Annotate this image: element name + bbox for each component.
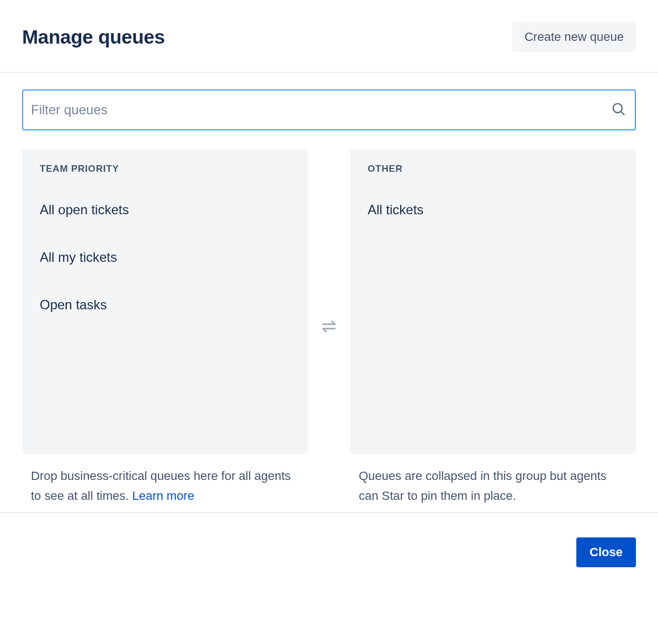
other-description: Queues are collapsed in this group but a… (350, 454, 636, 506)
queue-item[interactable]: All tickets (368, 197, 618, 223)
swap-horizontal-icon[interactable] (320, 318, 338, 337)
learn-more-link[interactable]: Learn more (132, 489, 194, 503)
team-priority-column: TEAM PRIORITY All open tickets All my ti… (22, 149, 308, 506)
close-button[interactable]: Close (576, 537, 636, 567)
dialog-footer: Close (0, 512, 658, 592)
other-column: OTHER All tickets Queues are collapsed i… (350, 149, 636, 506)
team-priority-panel[interactable]: TEAM PRIORITY All open tickets All my ti… (22, 149, 308, 454)
search-container (22, 89, 636, 130)
queue-item[interactable]: All open tickets (40, 197, 290, 223)
queue-item[interactable]: Open tasks (40, 292, 290, 318)
page-title: Manage queues (22, 26, 165, 48)
create-new-queue-button[interactable]: Create new queue (512, 22, 636, 52)
dialog-header: Manage queues Create new queue (0, 0, 658, 73)
team-priority-title: TEAM PRIORITY (40, 163, 290, 175)
other-title: OTHER (368, 163, 618, 175)
swap-column (308, 149, 350, 506)
other-panel[interactable]: OTHER All tickets (350, 149, 636, 454)
queue-columns: TEAM PRIORITY All open tickets All my ti… (22, 149, 636, 506)
queue-item[interactable]: All my tickets (40, 244, 290, 271)
dialog-content: TEAM PRIORITY All open tickets All my ti… (0, 73, 658, 512)
team-priority-description: Drop business-critical queues here for a… (22, 454, 308, 506)
description-text: Queues are collapsed in this group but a… (359, 469, 607, 503)
filter-queues-input[interactable] (22, 89, 636, 130)
